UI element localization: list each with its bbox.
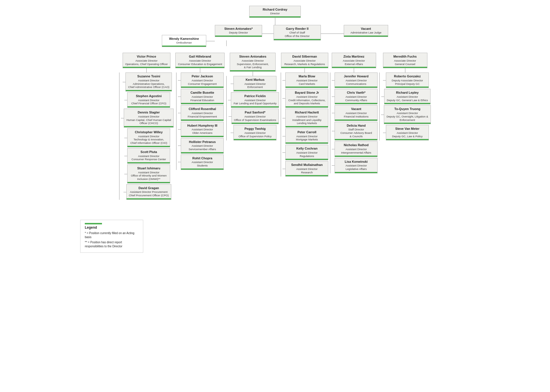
node-title: Deputy Director <box>217 31 260 34</box>
connector-line <box>332 80 335 81</box>
connector-line <box>405 68 405 72</box>
column-meredith-fuchs: Meredith Fuchs Associate DirectorGeneral… <box>379 53 431 140</box>
node-hollister-petraeus: Hollister Petraeus Assistant DirectorSer… <box>181 138 224 154</box>
legend-green-bar <box>85 223 102 224</box>
connector-line <box>281 72 281 177</box>
connector-line <box>354 68 354 72</box>
legend-item-1: * = Position currently filled on an Acti… <box>85 231 139 239</box>
legend-title: Legend <box>85 226 139 230</box>
legend-item-2: ** = Position has direct report responsi… <box>85 240 139 248</box>
node-victor-prince: Victor Prince Associate DirectorOperatio… <box>123 53 170 68</box>
connector-line <box>124 138 127 138</box>
connector-line <box>282 98 285 99</box>
node-vacant-fi: Vacant Assistant DirectorFinancial Insti… <box>335 105 378 121</box>
node-richard-cordray: Richard Cordray Director <box>249 6 301 18</box>
node-name: Vacant <box>346 27 386 31</box>
connector-line <box>200 68 200 72</box>
connector-line <box>178 162 181 162</box>
connector-line <box>119 72 119 200</box>
node-camille-busette: Camille Busette Assistant DirectorFinanc… <box>181 89 224 104</box>
node-title: Director <box>252 12 298 15</box>
node-name: Steven Antonakes* <box>217 27 260 31</box>
node-name: Garry Reeder II <box>276 27 318 31</box>
node-suzanne-tosini: Suzanne Tosini Assistant DirectorAdminis… <box>125 72 172 91</box>
node-richard-hackett: Richard Hackett Assistant DirectorInstal… <box>285 109 328 128</box>
node-peter-jackson: Peter Jackson Assistant DirectorConsumer… <box>181 72 224 88</box>
node-delicia-hand: Delicia Hand Staff DirectorConsumer Advi… <box>335 122 378 141</box>
connector-line <box>332 149 335 149</box>
node-peter-carroll: Peter Carroll Assistant DirectorMortgage… <box>285 128 328 144</box>
node-bayard-stone: Bayard Stone Jr Assistant DirectorCredit… <box>285 89 328 108</box>
node-name: Victor Prince <box>125 54 168 58</box>
node-zixta-martinez: Zixta Martinez Associate DirectorExterna… <box>332 53 376 68</box>
column-victor-prince: Victor Prince Associate DirectorOperatio… <box>119 53 174 200</box>
connector-line <box>124 100 127 100</box>
node-dennis-slagter: Dennis Slagter Assistant DirectorHuman C… <box>124 109 174 128</box>
node-stuart-ishimaru: Stuart Ishimaru Assistant DirectorOffice… <box>127 164 170 183</box>
connector-line <box>379 72 380 140</box>
node-roberto-gonzalez: Roberto Gonzalez Deputy Associate Direct… <box>386 72 429 88</box>
connector-line <box>178 113 181 113</box>
node-david-gragan: David Gragan Assistant Director Procurem… <box>126 184 171 200</box>
connector-line <box>321 34 344 34</box>
column-david-silberman: David Silberman Associate DirectorResear… <box>281 53 328 177</box>
connector-line <box>124 174 127 174</box>
connector-line <box>383 80 386 81</box>
node-steven-antonakes-assoc: Steven Antonakes Associate DirectorSuper… <box>230 53 276 72</box>
node-to-quyen-truong: To-Quyen Truong Assistant DirectorDeputy… <box>384 105 431 124</box>
node-jennifer-howard: Jennifer Howard Assistant DirectorCommun… <box>335 72 378 88</box>
connector-line <box>275 18 275 25</box>
node-patrice-ficklin: Patrice Ficklin Assistant DirectorFair L… <box>231 92 279 108</box>
node-richard-lepley: Richard Lepley Assistant DirectorDeputy … <box>384 89 431 104</box>
node-steve-van-meter: Steve Van Meter Assistant DirectorDeputy… <box>386 125 429 140</box>
node-hubert-humphrey: Hubert Humphrey III Assistant DirectorOl… <box>181 122 224 137</box>
connector-line <box>178 97 181 97</box>
column-zixta-martinez: Zixta Martinez Associate DirectorExterna… <box>330 53 378 173</box>
node-title: Associate DirectorOperations, Chief Oper… <box>125 59 168 66</box>
connector-line <box>231 133 233 133</box>
node-name: Richard Cordray <box>252 7 298 11</box>
connector-line <box>228 100 231 100</box>
node-paul-sanford: Paul Sanford* Assistant DirectorOffice o… <box>231 109 279 124</box>
connector-line <box>178 146 181 146</box>
connector-line <box>253 72 253 76</box>
connector-line <box>229 116 231 117</box>
node-name: Wendy Kamenshine <box>164 37 204 41</box>
node-meredith-fuchs: Meredith Fuchs Associate DirectorGeneral… <box>383 53 427 68</box>
node-sendhil-mullainathan: Sendhil Mullainathan Assistant DirectorR… <box>285 161 328 177</box>
node-vacant-alj: Vacant Administrative Law Judge <box>344 25 388 37</box>
node-clifford-rosenthal: Clifford Rosenthal Assistant DirectorFin… <box>181 105 224 121</box>
node-peggy-twohig: Peggy Twohig Assistant DirectorOffice of… <box>233 125 276 140</box>
connector-line <box>231 84 233 84</box>
connector-line <box>178 129 181 130</box>
connector-line <box>381 97 384 97</box>
connector-line <box>282 136 285 136</box>
connector-line <box>226 40 227 46</box>
connector-line <box>146 68 147 72</box>
node-lisa-konwinski: Lisa Konwinski Assistant DirectorLegisla… <box>335 158 378 173</box>
node-scott-pluta: Scott Pluta Assistant DirectorConsumer R… <box>127 148 170 164</box>
connector-line <box>332 131 335 131</box>
column-gail-hillebrand: Gail Hillebrand Associate DirectorConsum… <box>175 53 225 170</box>
node-kent-markus: Kent Markus Assistant DirectorEnforcemen… <box>233 76 276 91</box>
column-steven-antonakes-assoc: Steven Antonakes Associate DirectorSuper… <box>226 53 279 140</box>
connector-line <box>176 72 176 170</box>
connector-line <box>178 80 181 81</box>
connector-line <box>121 118 124 118</box>
connector-line <box>282 169 285 169</box>
connector-line <box>282 152 285 153</box>
connector-line <box>383 133 386 133</box>
org-chart: Richard Cordray Director <box>77 6 473 253</box>
node-chris-vaeth: Chris Vaeth* Assistant DirectorCommunity… <box>335 89 378 104</box>
connector-line <box>262 34 274 34</box>
connector-line <box>206 41 215 41</box>
node-garry-reeder: Garry Reeder II Chief of StaffOffice of … <box>274 25 321 40</box>
connector-line <box>282 118 285 118</box>
node-kelly-cochran: Kelly Cochran Assistant DirectorRegulati… <box>285 145 328 160</box>
node-marla-blow: Marla Blow Assistant DirectorCard Market… <box>285 72 328 88</box>
connector-line <box>124 156 127 156</box>
node-christopher-willey: Christopher Willey Assistant DirectorTec… <box>127 128 170 147</box>
node-gail-hillebrand: Gail Hillebrand Associate DirectorConsum… <box>175 53 225 68</box>
connector-line <box>123 82 125 82</box>
legend: Legend * = Position currently filled on … <box>80 220 143 253</box>
